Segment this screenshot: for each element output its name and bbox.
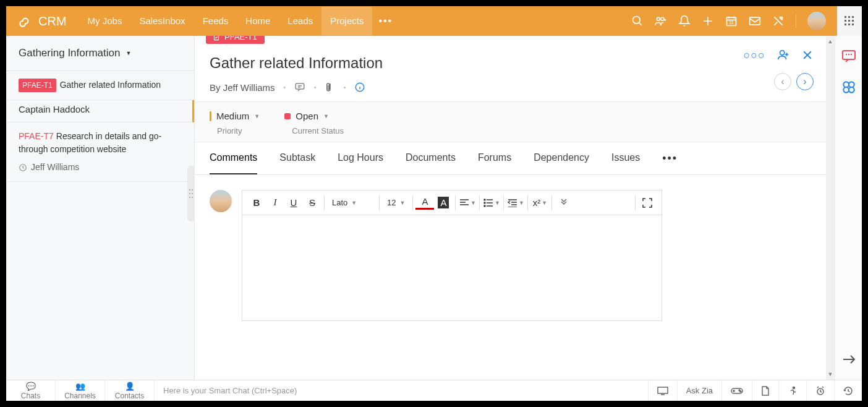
- mail-icon[interactable]: [749, 15, 761, 27]
- svg-rect-14: [848, 24, 850, 25]
- task-tag: PFAE-T1: [19, 79, 56, 92]
- attachment-icon[interactable]: [325, 82, 335, 93]
- tab-dependency[interactable]: Dependency: [534, 142, 589, 174]
- nav-home[interactable]: Home: [237, 7, 279, 35]
- chevron-down-icon: ▼: [254, 113, 260, 119]
- tab-comments[interactable]: Comments: [210, 142, 257, 174]
- more-actions-icon[interactable]: ○○○: [743, 49, 765, 62]
- sidebar-item-1-title: Gather related Information: [60, 80, 161, 90]
- indent-button[interactable]: ▼: [506, 194, 525, 212]
- nav-leads[interactable]: Leads: [279, 7, 321, 35]
- sidebar-collapse-handle[interactable]: [187, 166, 195, 221]
- prev-task-button[interactable]: ‹: [774, 73, 791, 90]
- font-select[interactable]: Lato▼: [327, 198, 377, 207]
- brand-icon: [17, 13, 33, 29]
- bb-channels[interactable]: 👥Channels: [56, 380, 105, 401]
- rail-zia-icon[interactable]: [841, 79, 857, 95]
- task-chip-label: PFAE-T1: [224, 36, 257, 41]
- text-color-button[interactable]: A: [415, 196, 434, 210]
- comment-icon[interactable]: [294, 82, 305, 93]
- superscript-button[interactable]: x²▼: [530, 194, 549, 212]
- next-task-button[interactable]: ›: [796, 73, 814, 90]
- sidebar-sub[interactable]: Captain Haddock: [6, 100, 194, 122]
- status-row: Medium ▼ Priority Open ▼ Current Status: [195, 101, 826, 142]
- expand-button[interactable]: [638, 194, 657, 212]
- bb-page-icon[interactable]: [752, 380, 778, 401]
- svg-point-32: [849, 82, 854, 87]
- bg-color-button[interactable]: A: [434, 194, 453, 212]
- svg-text:31: 31: [729, 20, 734, 25]
- sidebar-item-1[interactable]: PFAE-T1Gather related Information: [6, 71, 194, 100]
- rail-chat-icon[interactable]: [841, 48, 857, 64]
- italic-button[interactable]: I: [266, 194, 284, 212]
- tab-issues[interactable]: Issues: [611, 142, 640, 174]
- task-chip[interactable]: PFAE-T1: [206, 36, 265, 44]
- svg-point-39: [793, 387, 795, 388]
- brand[interactable]: CRM: [17, 13, 67, 29]
- sidebar-item-2[interactable]: PFAE-T7Research in details and go-throug…: [6, 122, 194, 182]
- nav-items: My Jobs SalesInbox Feeds Home Leads Proj…: [79, 7, 399, 35]
- bb-contacts[interactable]: 👤Contacts: [105, 380, 155, 401]
- tab-loghours[interactable]: Log Hours: [338, 142, 383, 174]
- editor-body[interactable]: [242, 215, 662, 320]
- svg-point-27: [484, 199, 485, 200]
- align-button[interactable]: ▼: [458, 194, 477, 212]
- strike-button[interactable]: S: [303, 194, 321, 212]
- tab-documents[interactable]: Documents: [406, 142, 456, 174]
- nav-salesinbox[interactable]: SalesInbox: [130, 7, 194, 35]
- svg-point-29: [484, 205, 485, 207]
- assign-user-icon[interactable]: [777, 48, 790, 62]
- tools-icon[interactable]: [772, 15, 785, 27]
- smart-chat-input[interactable]: Here is your Smart Chat (Ctrl+Space): [155, 386, 648, 395]
- scroll-up-icon[interactable]: ▲: [828, 38, 833, 45]
- bb-running-icon[interactable]: [778, 380, 806, 401]
- user-avatar[interactable]: [807, 12, 826, 30]
- nav-my-jobs[interactable]: My Jobs: [79, 7, 131, 35]
- bb-history-icon[interactable]: [834, 380, 862, 401]
- caret-down-icon: ▼: [126, 50, 131, 56]
- bb-alarm-icon[interactable]: [806, 380, 834, 401]
- info-icon[interactable]: [354, 82, 365, 93]
- bb-ask-zia[interactable]: Ask Zia: [677, 380, 721, 401]
- svg-rect-15: [852, 24, 854, 25]
- bb-chats[interactable]: 💬Chats: [6, 380, 56, 401]
- svg-point-6: [780, 17, 782, 19]
- svg-point-1: [657, 17, 660, 20]
- nav-more-icon[interactable]: •••: [372, 7, 399, 35]
- bb-desktop-icon[interactable]: [648, 380, 677, 401]
- scrollbar[interactable]: ▲ ▼: [826, 36, 835, 380]
- more-format-button[interactable]: [555, 194, 573, 212]
- status-select[interactable]: Open ▼: [284, 111, 344, 121]
- calendar-icon[interactable]: 31: [725, 15, 738, 27]
- sidebar: Gathering Information ▼ PFAE-T1Gather re…: [6, 36, 195, 380]
- scroll-down-icon[interactable]: ▼: [828, 371, 833, 377]
- apps-grid-icon[interactable]: [837, 6, 862, 36]
- nav-feeds[interactable]: Feeds: [194, 7, 237, 35]
- tabs-more-icon[interactable]: •••: [662, 152, 678, 165]
- bold-button[interactable]: B: [247, 194, 266, 212]
- svg-rect-5: [750, 17, 760, 25]
- tab-forums[interactable]: Forums: [478, 142, 511, 174]
- sidebar-heading[interactable]: Gathering Information ▼: [6, 36, 194, 71]
- search-icon[interactable]: [631, 15, 644, 27]
- rail-expand-icon[interactable]: [841, 351, 857, 367]
- list-button[interactable]: ▼: [482, 194, 501, 212]
- bell-icon[interactable]: [678, 15, 691, 27]
- svg-point-26: [780, 51, 785, 55]
- nav-right: 31: [631, 6, 851, 36]
- brand-label: CRM: [38, 14, 67, 28]
- people-icon[interactable]: [655, 15, 667, 27]
- priority-select[interactable]: Medium ▼: [210, 111, 260, 121]
- plus-icon[interactable]: [702, 15, 714, 27]
- tab-subtask[interactable]: Subtask: [279, 142, 315, 174]
- close-icon[interactable]: [801, 49, 814, 61]
- underline-button[interactable]: U: [284, 194, 303, 212]
- fontsize-select[interactable]: 12▼: [382, 198, 410, 207]
- bottom-bar: 💬Chats 👥Channels 👤Contacts Here is your …: [6, 380, 862, 401]
- svg-rect-12: [852, 20, 854, 22]
- svg-point-28: [484, 202, 485, 204]
- editor-toolbar: B I U S Lato▼ 12▼ A A ▼ ▼: [242, 191, 662, 215]
- chat-bubble-icon: 💬: [26, 382, 36, 391]
- nav-projects[interactable]: Projects: [321, 7, 372, 35]
- bb-gamepad-icon[interactable]: [721, 380, 752, 401]
